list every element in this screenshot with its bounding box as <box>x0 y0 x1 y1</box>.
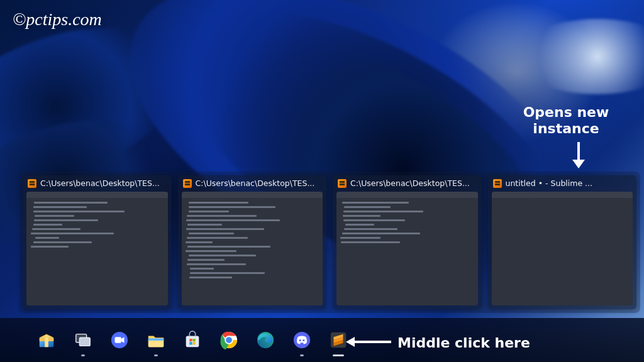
task-view-icon[interactable] <box>72 329 94 351</box>
window-preview-thumbnail[interactable]: untitled • - Sublime ... <box>488 175 637 309</box>
package-icon[interactable] <box>35 329 58 351</box>
discord-icon[interactable] <box>291 329 313 351</box>
window-preview-thumbnail[interactable]: C:\Users\benac\Desktop\TES... <box>178 175 327 309</box>
svg-rect-2 <box>45 337 48 347</box>
thumbnail-title: C:\Users\benac\Desktop\TES... <box>196 178 315 188</box>
microsoft-store-icon[interactable] <box>181 329 204 351</box>
thumbnail-title: C:\Users\benac\Desktop\TES... <box>40 178 160 188</box>
desktop: ©pctips.com Opens new instance C:\Users\… <box>0 0 644 362</box>
svg-rect-4 <box>79 337 90 346</box>
wallpaper-swirl-part <box>516 19 644 94</box>
thumbnail-header: untitled • - Sublime ... <box>488 175 637 192</box>
taskbar-hover-previews: C:\Users\benac\Desktop\TES...C:\Users\be… <box>19 172 640 313</box>
running-indicator <box>333 354 344 356</box>
arrow-left-icon <box>353 341 391 343</box>
thumbnail-header: C:\Users\benac\Desktop\TES... <box>333 175 482 192</box>
annotation-opens-new-instance: Opens new instance <box>516 104 616 138</box>
thumbnail-content <box>26 192 168 305</box>
running-indicator <box>81 354 85 356</box>
sublime-text-mini-icon <box>338 179 347 188</box>
sublime-text-mini-icon <box>493 179 502 188</box>
thumbnail-content <box>182 192 323 305</box>
running-indicator <box>300 354 304 356</box>
thumbnail-content <box>492 192 633 305</box>
window-preview-thumbnail[interactable]: C:\Users\benac\Desktop\TES... <box>23 175 172 309</box>
svg-rect-8 <box>148 338 164 341</box>
svg-rect-10 <box>189 339 192 341</box>
svg-point-20 <box>303 339 304 341</box>
thumbnail-title: untitled • - Sublime ... <box>506 178 593 188</box>
thumbnail-content <box>336 192 478 305</box>
chrome-icon[interactable] <box>218 329 240 351</box>
svg-rect-11 <box>192 339 195 341</box>
svg-rect-6 <box>115 337 121 343</box>
svg-rect-13 <box>192 342 195 344</box>
svg-rect-9 <box>186 336 199 347</box>
thumbnail-header: C:\Users\benac\Desktop\TES... <box>178 175 327 192</box>
meet-icon[interactable] <box>108 329 131 351</box>
thumbnail-title: C:\Users\benac\Desktop\TES... <box>350 178 470 188</box>
running-indicator <box>154 354 158 356</box>
sublime-text-mini-icon <box>183 179 192 188</box>
file-explorer-icon[interactable] <box>145 329 167 351</box>
watermark: ©pctips.com <box>13 9 102 30</box>
sublime-text-mini-icon <box>28 179 36 188</box>
window-preview-thumbnail[interactable]: C:\Users\benac\Desktop\TES... <box>333 175 482 309</box>
taskbar <box>0 318 644 362</box>
svg-point-19 <box>299 339 301 341</box>
annotation-middle-click-here: Middle click here <box>397 335 530 351</box>
svg-rect-12 <box>189 342 192 344</box>
thumbnail-header: C:\Users\benac\Desktop\TES... <box>23 175 172 192</box>
edge-icon[interactable] <box>254 329 277 351</box>
